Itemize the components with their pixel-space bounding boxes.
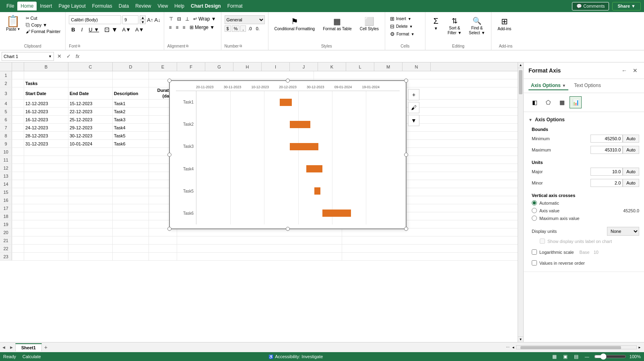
cell-A14[interactable] [12,180,24,188]
cell-D10[interactable] [113,148,149,156]
row-number-21[interactable]: 21 [0,237,12,244]
row-number-14[interactable]: 14 [0,180,12,188]
cell-C22[interactable] [68,245,113,252]
cell-B19[interactable] [24,220,68,228]
cell-D21[interactable] [113,237,149,244]
cell-B17[interactable] [24,204,68,212]
cell-F21-rest[interactable] [177,237,342,244]
page-layout-view-button[interactable]: ▣ [561,353,569,360]
cell-B3[interactable]: Start Date [24,87,68,99]
minor-auto-button[interactable]: Auto [623,179,639,187]
font-size-decrease[interactable]: ▼ [140,20,146,24]
formula-confirm-button[interactable]: ✓ [65,53,72,60]
cell-D18[interactable] [113,212,149,220]
menu-format[interactable]: Format [224,2,246,10]
cell-A18[interactable] [12,212,24,220]
vertical-scrollbar[interactable]: ▲ ▼ [518,62,523,342]
col-header-M[interactable]: M [374,62,402,71]
cell-C5[interactable]: 22-12-2023 [68,108,113,115]
percent-button[interactable]: % [232,25,240,32]
cell-A10[interactable] [12,148,24,156]
format-as-table-button[interactable]: ▦ Format as Table [320,15,355,33]
pentagon-icon-button[interactable]: ⬠ [542,96,554,108]
cell-A9[interactable] [12,140,24,147]
major-auto-button[interactable]: Auto [623,168,639,176]
major-input[interactable] [590,168,623,176]
cell-A4[interactable] [12,100,24,107]
scroll-track[interactable] [518,68,523,336]
menu-insert[interactable]: Insert [37,2,55,10]
underline-button[interactable]: U ▼ [86,26,101,33]
cell-D17[interactable] [113,204,149,212]
add-ins-button[interactable]: ⊞ Add-ins [495,15,514,32]
merge-center-button[interactable]: ⊞ Merge ▼ [188,24,217,31]
insert-button[interactable]: ⊞ Insert ▼ [388,15,422,22]
align-middle-button[interactable]: ⊟ [175,15,183,23]
menu-file[interactable]: File [3,2,17,10]
cell-A2[interactable] [12,79,24,87]
chart-add-element-button[interactable]: + [408,89,419,100]
row-number-23[interactable]: 23 [0,253,12,260]
cell-B10[interactable] [24,148,68,156]
font-grow-button[interactable]: A↑ [147,17,153,23]
chart-handle-tl[interactable] [167,79,171,83]
row-number-11[interactable]: 11 [0,156,12,164]
comments-button[interactable]: 💬 Comments [572,2,609,10]
minimum-auto-button[interactable]: Auto [623,135,639,143]
cell-A16[interactable] [12,196,24,204]
row-number-20[interactable]: 20 [0,228,12,236]
cell-B21[interactable] [24,237,68,244]
decrease-decimal-button[interactable]: .0 [247,25,254,32]
col-header-E[interactable]: E [149,62,177,71]
menu-view[interactable]: View [155,2,171,10]
name-box[interactable]: Chart 1 [4,54,48,59]
align-center-button[interactable]: ≡ [174,24,180,31]
cell-D12[interactable] [113,164,149,172]
cell-B22[interactable] [24,245,68,252]
cell-A22[interactable] [12,245,24,252]
cell-D1[interactable] [113,71,149,79]
cell-D23[interactable] [113,253,149,260]
row-number-6[interactable]: 6 [0,116,12,123]
col-header-D[interactable]: D [113,62,149,71]
cell-B9[interactable]: 31-12-2023 [24,140,68,147]
add-sheet-button[interactable]: + [42,343,50,351]
maximum-input[interactable] [590,146,623,154]
cell-C12[interactable] [68,164,113,172]
cell-A5[interactable] [12,108,24,115]
sort-filter-button[interactable]: ⇅ Sort &Filter ▼ [445,15,464,37]
cell-D4[interactable]: Task1 [113,100,149,107]
cell-D14[interactable] [113,180,149,188]
row-number-10[interactable]: 10 [0,148,12,156]
cell-C2[interactable] [68,79,113,87]
cell-D20[interactable] [113,228,149,236]
cell-D22[interactable] [113,245,149,252]
cell-B7[interactable]: 24-12-2023 [24,124,68,131]
find-select-button[interactable]: 🔍 Find &Select ▼ [466,15,488,37]
cell-F20-rest[interactable] [177,228,342,236]
bold-button[interactable]: B [69,26,77,33]
row-number-4[interactable]: 4 [0,100,12,107]
cell-C11[interactable] [68,156,113,164]
col-header-J[interactable]: J [290,62,318,71]
cell-A6[interactable] [12,116,24,123]
minimum-input[interactable] [590,135,623,143]
h-scroll-left-button[interactable]: ◄ [510,344,516,350]
cell-B15[interactable] [24,188,68,196]
menu-formulas[interactable]: Formulas [89,2,116,10]
name-box-dropdown[interactable]: ▼ [48,54,52,58]
cell-D16[interactable] [113,196,149,204]
row-number-8[interactable]: 8 [0,132,12,139]
cell-B12[interactable] [24,164,68,172]
share-button[interactable]: Share ▼ [612,2,641,10]
cell-D7[interactable]: Task4 [113,124,149,131]
formula-cancel-button[interactable]: ✕ [56,53,63,60]
row-number-3[interactable]: 3 [0,87,12,99]
font-name-input[interactable] [69,15,121,24]
cell-B2[interactable]: Tasks [24,79,68,87]
cell-C17[interactable] [68,204,113,212]
col-header-B[interactable]: B [24,62,68,71]
automatic-radio[interactable] [532,200,537,205]
format-painter-button[interactable]: 🖌 Format Painter [24,29,62,34]
comma-button[interactable]: , [240,25,246,32]
